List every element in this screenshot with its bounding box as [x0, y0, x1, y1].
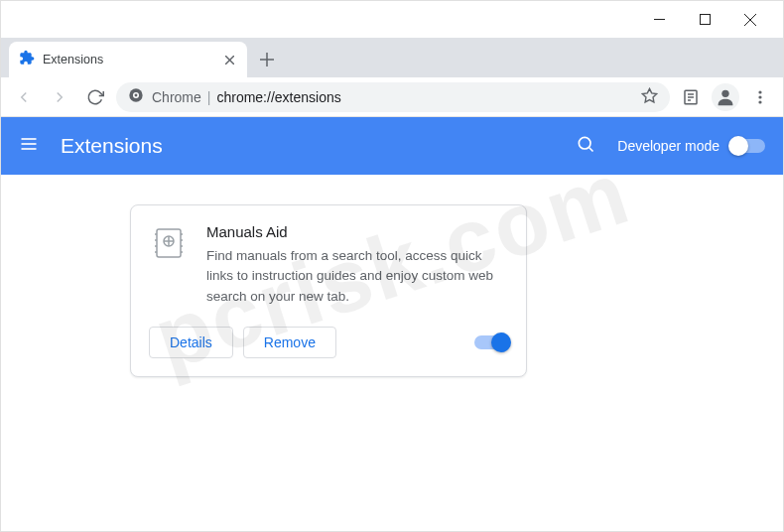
- toggle-knob: [491, 332, 511, 352]
- reading-list-icon[interactable]: [676, 82, 706, 112]
- page-title: Extensions: [61, 134, 576, 158]
- chrome-menu-button[interactable]: [745, 82, 775, 112]
- profile-avatar-button[interactable]: [712, 83, 739, 111]
- svg-point-10: [135, 94, 138, 97]
- extensions-content: Manuals Aid Find manuals from a search t…: [0, 175, 784, 532]
- window-titlebar: [0, 0, 784, 38]
- window-close-button[interactable]: [727, 5, 773, 35]
- tab-close-button[interactable]: [221, 52, 237, 67]
- svg-point-17: [758, 90, 761, 93]
- browser-toolbar: Chrome | chrome://extensions: [0, 77, 784, 117]
- extensions-header: Extensions Developer mode: [0, 117, 784, 175]
- extension-icon: [149, 223, 189, 263]
- svg-marker-11: [642, 88, 656, 101]
- svg-point-16: [721, 89, 728, 96]
- developer-mode-label: Developer mode: [617, 138, 719, 154]
- search-icon[interactable]: [576, 134, 599, 158]
- extension-card: Manuals Aid Find manuals from a search t…: [130, 204, 527, 377]
- extension-name: Manuals Aid: [206, 223, 508, 240]
- back-button[interactable]: [9, 82, 39, 112]
- new-tab-button[interactable]: [253, 46, 281, 73]
- menu-icon[interactable]: [19, 134, 43, 158]
- extension-puzzle-icon: [19, 50, 35, 69]
- bookmark-star-icon[interactable]: [641, 87, 658, 107]
- chrome-security-icon: [128, 87, 144, 106]
- svg-point-23: [580, 137, 591, 149]
- window-maximize-button[interactable]: [682, 5, 727, 35]
- svg-point-19: [758, 100, 761, 103]
- extension-description: Find manuals from a search tool, access …: [206, 246, 508, 307]
- tab-title: Extensions: [43, 53, 213, 66]
- developer-mode-toggle[interactable]: [731, 139, 765, 153]
- reload-button[interactable]: [80, 82, 110, 112]
- details-button[interactable]: Details: [149, 327, 233, 358]
- toggle-knob: [728, 136, 748, 156]
- tab-strip: Extensions: [0, 38, 784, 77]
- url-text: Chrome | chrome://extensions: [152, 89, 633, 105]
- address-bar[interactable]: Chrome | chrome://extensions: [116, 82, 670, 112]
- svg-rect-1: [700, 15, 710, 25]
- browser-tab[interactable]: Extensions: [9, 42, 247, 77]
- remove-button[interactable]: Remove: [243, 327, 336, 358]
- extension-enable-toggle[interactable]: [474, 335, 508, 349]
- svg-point-18: [758, 95, 761, 98]
- svg-line-24: [589, 148, 593, 152]
- window-minimize-button[interactable]: [636, 5, 682, 35]
- forward-button[interactable]: [45, 82, 74, 112]
